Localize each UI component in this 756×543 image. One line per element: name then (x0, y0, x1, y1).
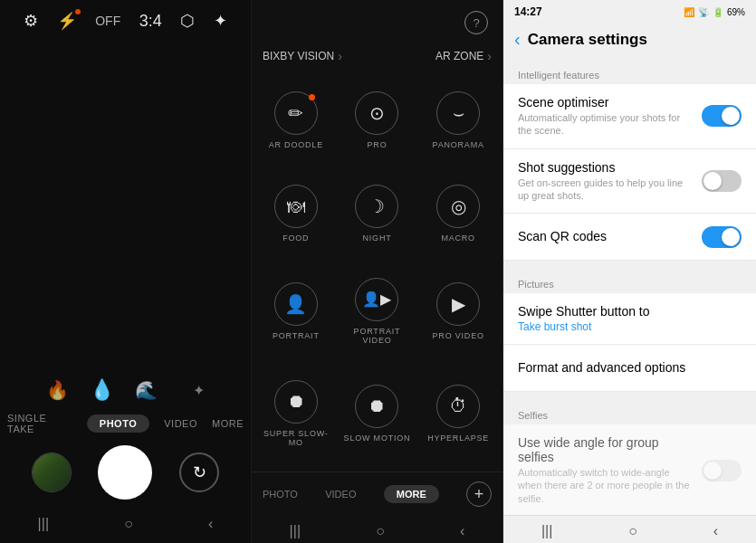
swipe-shutter-title: Swipe Shutter button to (518, 304, 731, 319)
modes-grid: ✏ AR DOODLE ⊙ PRO ⌣ PANORAMA 🍽 FOOD ☽ NI… (252, 67, 502, 472)
bixby-vision-item[interactable]: BIXBY VISION › (263, 49, 342, 63)
toggle-knob-4 (703, 462, 722, 480)
scan-qr-toggle[interactable] (702, 226, 742, 248)
ar-zone-label: AR ZONE (435, 50, 483, 62)
slow-motion-icon: ⏺ (355, 385, 398, 428)
home-icon-3[interactable]: ○ (628, 523, 637, 539)
status-time: 14:27 (514, 5, 542, 18)
ar-doodle-icon: ✏ (274, 91, 318, 135)
swipe-shutter-item[interactable]: Swipe Shutter button to Take burst shot (503, 293, 756, 345)
water-filter-active[interactable]: 💧 (90, 378, 114, 402)
modes-navbar: ||| ○ ‹ (252, 516, 502, 543)
mode-panorama[interactable]: ⌣ PANORAMA (417, 74, 499, 167)
portrait-video-icon: 👤▶ (355, 278, 398, 321)
shutter-button[interactable] (98, 445, 152, 500)
toggle-knob-3 (722, 228, 740, 246)
slow-motion-label: SLOW MOTION (344, 433, 411, 443)
flame-filter[interactable]: 🔥 (46, 379, 69, 401)
settings-scroll-area[interactable]: Intelligent features Scene optimiser Aut… (503, 59, 756, 515)
scan-qr-title: Scan QR codes (518, 229, 691, 243)
ar-doodle-label: AR DOODLE (269, 140, 323, 149)
flip-icon: ↻ (193, 462, 206, 482)
status-icons: 📶 📡 🔋 69% (684, 7, 745, 17)
recent-apps-icon-2[interactable]: ||| (290, 523, 301, 539)
recent-apps-icon[interactable]: ||| (38, 516, 49, 532)
modes-bottom-nav: PHOTO VIDEO MORE + (252, 472, 502, 516)
mode-hyperlapse[interactable]: ⏱ HYPERLAPSE (417, 362, 499, 464)
ar-zone-item[interactable]: AR ZONE › (435, 49, 492, 63)
macro-icon: ◎ (436, 185, 480, 228)
timer-icon[interactable]: OFF (95, 14, 120, 28)
camera-controls-row: ↻ (0, 438, 251, 507)
sparkle-filter[interactable]: ✦ (193, 382, 205, 399)
pro-icon: ⊙ (355, 91, 398, 135)
mode-single-take[interactable]: SINGLE TAKE (7, 413, 72, 434)
scene-optimiser-toggle[interactable] (702, 105, 742, 127)
wifi-icon: 📡 (698, 7, 709, 17)
swipe-shutter-link[interactable]: Take burst shot (518, 320, 731, 333)
mode-macro[interactable]: ◎ MACRO (417, 167, 499, 261)
scene-optimiser-desc: Automatically optimise your shots for th… (518, 111, 691, 138)
mode-pro[interactable]: ⊙ PRO (337, 74, 418, 167)
toggle-knob-2 (703, 172, 722, 190)
camera-bottom-controls: 🔥 💧 🌊 ✦ SINGLE TAKE PHOTO VIDEO MORE ↻ |… (0, 371, 251, 543)
scan-qr-item: Scan QR codes (503, 214, 756, 261)
wide-angle-selfie-toggle (702, 460, 742, 481)
mode-photo[interactable]: PHOTO (87, 414, 149, 433)
mode-pro-video[interactable]: ▶ PRO VIDEO (417, 261, 499, 363)
status-bar: 14:27 📶 📡 🔋 69% (503, 0, 756, 22)
mode-super-slowmo[interactable]: ⏺ SUPER SLOW-MO (255, 362, 337, 464)
bixby-chevron-icon: › (338, 49, 342, 63)
mode-portrait-video[interactable]: 👤▶ PORTRAIT VIDEO (337, 261, 418, 363)
home-icon[interactable]: ○ (124, 516, 133, 532)
mode-more[interactable]: MORE (212, 418, 244, 429)
filter-icon[interactable]: ⬡ (180, 11, 195, 31)
ratio-icon[interactable]: 3:4 (139, 12, 162, 31)
flip-camera-button[interactable]: ↻ (179, 452, 219, 492)
bottom-more-label[interactable]: MORE (384, 485, 439, 503)
mode-video[interactable]: VIDEO (164, 418, 197, 429)
extra-icon[interactable]: ✦ (214, 11, 227, 31)
recent-apps-icon-3[interactable]: ||| (541, 523, 552, 539)
swipe-shutter-text: Swipe Shutter button to Take burst shot (518, 304, 742, 333)
portrait-icon: 👤 (274, 282, 318, 326)
back-icon-2[interactable]: ‹ (460, 523, 464, 539)
wave-filter[interactable]: 🌊 (135, 379, 158, 401)
portrait-label: PORTRAIT (273, 331, 320, 340)
settings-navbar: ||| ○ ‹ (503, 515, 756, 543)
shot-suggestions-toggle[interactable] (702, 170, 742, 192)
camera-main-panel: ⚙ ⚡ OFF 3:4 ⬡ ✦ 🔥 💧 🌊 ✦ SINGLE TAKE PHOT… (0, 0, 252, 543)
intelligent-features-header: Intelligent features (503, 59, 756, 84)
super-slowmo-label: SUPER SLOW-MO (259, 429, 333, 447)
bottom-video-label[interactable]: VIDEO (325, 489, 356, 500)
flash-icon[interactable]: ⚡ (57, 11, 77, 31)
add-mode-button[interactable]: + (466, 481, 492, 507)
back-button[interactable]: ‹ (514, 29, 521, 50)
wide-angle-selfie-title: Use wide angle for group selfies (518, 435, 691, 464)
super-slowmo-icon: ⏺ (274, 380, 318, 424)
camera-navbar: ||| ○ ‹ (0, 507, 251, 536)
settings-title: Camera settings (528, 31, 647, 49)
format-options-text: Format and advanced options (518, 360, 742, 376)
wide-angle-selfie-desc: Automatically switch to wide-angle when … (518, 466, 691, 505)
camera-settings-panel: 14:27 📶 📡 🔋 69% ‹ Camera settings Intell… (503, 0, 756, 543)
mode-night[interactable]: ☽ NIGHT (337, 167, 418, 261)
mode-ar-doodle[interactable]: ✏ AR DOODLE (255, 74, 337, 167)
back-icon[interactable]: ‹ (208, 516, 213, 532)
shot-suggestions-item: Shot suggestions Get on-screen guides to… (503, 149, 756, 214)
scene-optimiser-item: Scene optimiser Automatically optimise y… (503, 84, 756, 149)
mode-slow-motion[interactable]: ⏺ SLOW MOTION (337, 362, 418, 464)
back-icon-3[interactable]: ‹ (713, 523, 718, 539)
help-button[interactable]: ? (464, 11, 488, 34)
pictures-header: Pictures (503, 268, 756, 293)
mode-food[interactable]: 🍽 FOOD (255, 167, 337, 261)
panorama-icon: ⌣ (436, 91, 480, 135)
hyperlapse-label: HYPERLAPSE (427, 433, 489, 443)
gallery-thumbnail[interactable] (32, 452, 72, 492)
format-options-item[interactable]: Format and advanced options (503, 345, 756, 392)
settings-icon[interactable]: ⚙ (24, 11, 38, 31)
bottom-photo-label[interactable]: PHOTO (263, 489, 298, 500)
home-icon-2[interactable]: ○ (376, 523, 385, 539)
food-icon: 🍽 (274, 185, 318, 228)
mode-portrait[interactable]: 👤 PORTRAIT (255, 261, 337, 363)
